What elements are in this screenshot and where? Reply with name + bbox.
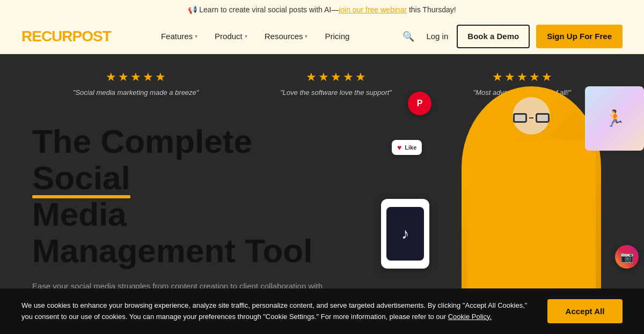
- review-text-1: "Social media marketing made a breeze": [73, 88, 199, 97]
- logo[interactable]: RECURPOST: [21, 28, 111, 45]
- pricing-link[interactable]: Pricing: [318, 27, 356, 45]
- review-2: ★ ★ ★ ★ ★ "Love the software love the su…: [280, 70, 392, 97]
- tiktok-icon: ♪: [401, 225, 409, 242]
- stars-2: ★ ★ ★ ★ ★: [306, 70, 366, 84]
- star: ★: [318, 70, 329, 84]
- star: ★: [106, 70, 116, 84]
- cookie-banner: We use cookies to enhance your browsing …: [0, 288, 644, 327]
- star: ★: [306, 70, 317, 84]
- resources-chevron: ▾: [305, 33, 308, 39]
- banner-prefix: 📢 Learn to create viral social posts wit…: [188, 5, 339, 14]
- star: ★: [143, 70, 153, 84]
- phone-inner: ♪: [386, 207, 424, 261]
- person-figure: P ▶ 📷 🏃 ♪ ♥ Like: [376, 76, 644, 301]
- star: ★: [355, 70, 366, 84]
- navbar-right: 🔍 Log in Book a Demo Sign Up For Free: [399, 25, 623, 48]
- hero-section: ★ ★ ★ ★ ★ "Social media marketing made a…: [0, 54, 644, 328]
- heart-icon: ♥: [397, 143, 401, 152]
- star: ★: [130, 70, 141, 84]
- features-chevron: ▾: [195, 33, 197, 39]
- hero-title: The Complete Social Media Management Too…: [32, 123, 333, 270]
- stars-1: ★ ★ ★ ★ ★: [106, 70, 166, 84]
- review-1: ★ ★ ★ ★ ★ "Social media marketing made a…: [73, 70, 199, 97]
- like-text: Like: [405, 144, 416, 151]
- nav-item-pricing[interactable]: Pricing: [318, 27, 356, 45]
- instagram-badge: 📷: [615, 245, 639, 269]
- search-icon[interactable]: 🔍: [399, 27, 418, 46]
- star: ★: [155, 70, 166, 84]
- banner-link[interactable]: join our free webinar: [339, 5, 407, 14]
- hero-title-highlight: Social: [32, 160, 130, 196]
- hero-title-part2: Media Management Tool: [32, 196, 312, 269]
- nav-links: Features ▾ Product ▾ Resources ▾ Pricing: [155, 27, 356, 45]
- star: ★: [343, 70, 354, 84]
- banner-suffix: this Thursday!: [407, 5, 456, 14]
- announcement-banner: 📢 Learn to create viral social posts wit…: [0, 0, 644, 19]
- features-link[interactable]: Features ▾: [155, 27, 204, 45]
- book-demo-button[interactable]: Book a Demo: [457, 25, 530, 48]
- nav-item-resources[interactable]: Resources ▾: [258, 27, 314, 45]
- hero-title-part1: The Complete: [32, 123, 252, 160]
- signup-button[interactable]: Sign Up For Free: [536, 25, 623, 48]
- login-button[interactable]: Log in: [424, 27, 450, 45]
- star: ★: [118, 70, 129, 84]
- cookie-policy-link[interactable]: Cookie Policy.: [448, 313, 492, 321]
- hero-image-area: P ▶ 📷 🏃 ♪ ♥ Like: [376, 76, 644, 301]
- nav-item-features[interactable]: Features ▾: [155, 27, 204, 45]
- navbar: RECURPOST Features ▾ Product ▾ Resources…: [0, 19, 644, 54]
- resources-link[interactable]: Resources ▾: [258, 27, 314, 45]
- image-thumbnail: 🏃: [585, 86, 644, 151]
- star: ★: [331, 70, 341, 84]
- review-text-2: "Love the software love the support": [280, 88, 392, 97]
- nav-item-product[interactable]: Product ▾: [208, 27, 254, 45]
- pinterest-badge: P: [408, 92, 431, 115]
- product-link[interactable]: Product ▾: [208, 27, 254, 45]
- accept-all-button[interactable]: Accept All: [547, 299, 623, 323]
- logo-text: RECURPOST: [21, 28, 111, 45]
- like-card: ♥ Like: [392, 140, 422, 155]
- person-silhouette: [462, 86, 601, 290]
- phone-card: ♪: [381, 199, 429, 269]
- cookie-text: We use cookies to enhance your browsing …: [21, 300, 537, 323]
- product-chevron: ▾: [245, 33, 247, 39]
